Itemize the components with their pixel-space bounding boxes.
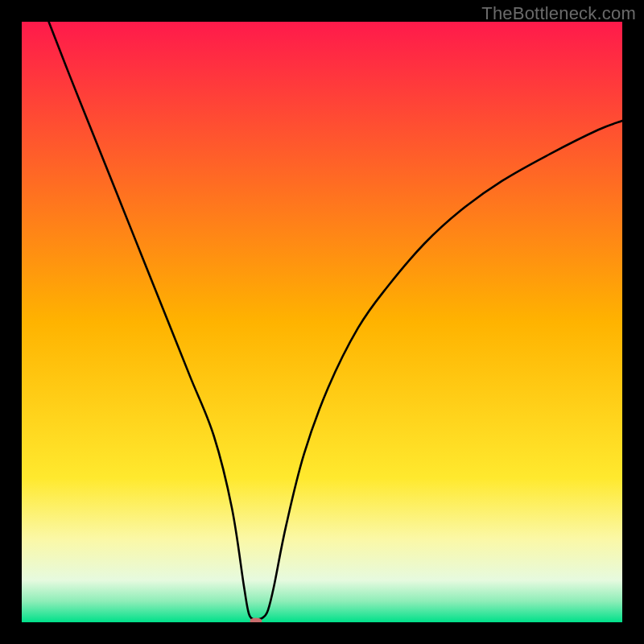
plot-area xyxy=(22,22,622,622)
watermark-text: TheBottleneck.com xyxy=(481,3,636,24)
chart-frame: TheBottleneck.com xyxy=(0,0,644,644)
gradient-background xyxy=(22,22,622,622)
plot-svg xyxy=(22,22,622,622)
